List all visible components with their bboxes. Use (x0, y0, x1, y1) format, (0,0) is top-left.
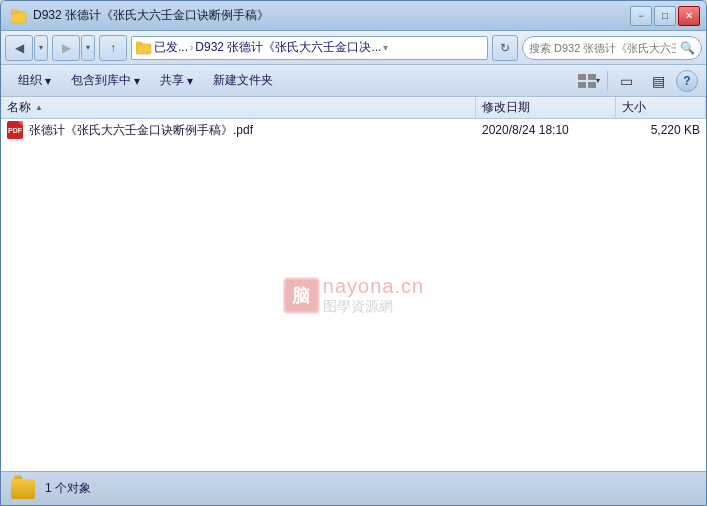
svg-rect-0 (11, 12, 26, 23)
toolbar: 组织 ▾ 包含到库中 ▾ 共享 ▾ 新建文件夹 ▾ (1, 65, 706, 97)
file-name-cell: PDF 张德计《张氏大六壬金口诀断例手稿》.pdf (1, 119, 476, 141)
nav-forward-group: ▶ ▾ (52, 35, 95, 61)
watermark: 脑 nayona.cn 图學資源網 (283, 275, 424, 316)
maximize-button[interactable]: □ (654, 6, 676, 26)
back-dropdown[interactable]: ▾ (34, 35, 48, 61)
preview-pane-button[interactable]: ▤ (644, 69, 672, 93)
path-folder-icon (136, 41, 152, 55)
toolbar-divider (607, 71, 608, 91)
address-bar: ◀ ▾ ▶ ▾ ↑ 已发... › D932 张德计《张氏大六壬金口决... ▾… (1, 31, 706, 65)
organize-button[interactable]: 组织 ▾ (9, 69, 60, 93)
search-box[interactable]: 🔍 (522, 36, 702, 60)
svg-rect-5 (588, 74, 596, 80)
svg-rect-3 (136, 42, 142, 45)
title-buttons: － □ ✕ (630, 6, 700, 26)
watermark-subtitle: 图學資源網 (323, 298, 424, 316)
views-icon (578, 74, 596, 88)
svg-rect-7 (588, 82, 596, 88)
title-bar-left: D932 张德计《张氏大六壬金口诀断例手稿》 (11, 7, 630, 24)
watermark-domain: nayona.cn (323, 275, 424, 298)
library-button[interactable]: 包含到库中 ▾ (62, 69, 149, 93)
path-segment-1: 已发... › D932 张德计《张氏大六壬金口决... (154, 39, 381, 56)
watermark-logo: 脑 (283, 277, 319, 313)
forward-button[interactable]: ▶ (52, 35, 80, 61)
table-row[interactable]: PDF 张德计《张氏大六壬金口诀断例手稿》.pdf 2020/8/24 18:1… (1, 119, 706, 141)
window-icon (11, 8, 27, 24)
column-headers: 名称 ▲ 修改日期 大小 (1, 97, 706, 119)
file-date-cell: 2020/8/24 18:10 (476, 119, 616, 141)
status-folder-icon (11, 479, 35, 499)
title-bar: D932 张德计《张氏大六壬金口诀断例手稿》 － □ ✕ (1, 1, 706, 31)
minimize-button[interactable]: － (630, 6, 652, 26)
search-input[interactable] (529, 42, 676, 54)
toolbar-right: ▾ ▭ ▤ ? (575, 69, 698, 93)
col-header-size[interactable]: 大小 (616, 97, 706, 118)
pdf-icon: PDF (7, 121, 23, 139)
file-size-cell: 5,220 KB (616, 119, 706, 141)
col-header-date[interactable]: 修改日期 (476, 97, 616, 118)
svg-rect-4 (578, 74, 586, 80)
refresh-button[interactable]: ↻ (492, 35, 518, 61)
forward-dropdown[interactable]: ▾ (81, 35, 95, 61)
svg-rect-1 (11, 10, 18, 13)
svg-rect-2 (136, 44, 151, 54)
address-path[interactable]: 已发... › D932 张德计《张氏大六壬金口决... ▾ (131, 36, 488, 60)
details-pane-button[interactable]: ▭ (612, 69, 640, 93)
watermark-text-group: nayona.cn 图學資源網 (323, 275, 424, 316)
nav-back-group: ◀ ▾ (5, 35, 48, 61)
help-button[interactable]: ? (676, 70, 698, 92)
svg-rect-6 (578, 82, 586, 88)
share-button[interactable]: 共享 ▾ (151, 69, 202, 93)
new-folder-button[interactable]: 新建文件夹 (204, 69, 282, 93)
back-button[interactable]: ◀ (5, 35, 33, 61)
close-button[interactable]: ✕ (678, 6, 700, 26)
views-dropdown-button[interactable]: ▾ (575, 69, 603, 93)
col-header-name[interactable]: 名称 ▲ (1, 97, 476, 118)
sort-arrow-name: ▲ (35, 103, 43, 112)
file-list[interactable]: PDF 张德计《张氏大六壬金口诀断例手稿》.pdf 2020/8/24 18:1… (1, 119, 706, 471)
file-name-text: 张德计《张氏大六壬金口诀断例手稿》.pdf (29, 122, 253, 139)
up-button[interactable]: ↑ (99, 35, 127, 61)
explorer-window: D932 张德计《张氏大六壬金口诀断例手稿》 － □ ✕ ◀ ▾ ▶ ▾ ↑ 已… (0, 0, 707, 506)
status-count: 1 个对象 (45, 480, 91, 497)
search-icon[interactable]: 🔍 (680, 41, 695, 55)
status-bar: 1 个对象 (1, 471, 706, 505)
window-title: D932 张德计《张氏大六壬金口诀断例手稿》 (33, 7, 269, 24)
